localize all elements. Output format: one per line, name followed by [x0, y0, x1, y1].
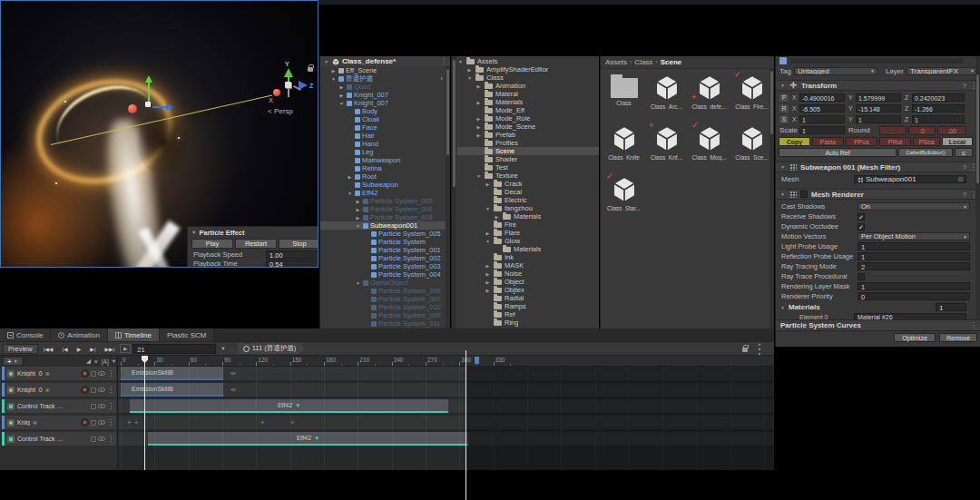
- particle-row-field[interactable]: 1.00: [266, 250, 318, 259]
- position-y-field[interactable]: 1.579999: [856, 93, 901, 102]
- key-marker[interactable]: +: [260, 418, 265, 426]
- ppos-button[interactable]: PPos: [846, 137, 877, 146]
- expand-arrow-icon[interactable]: ▶: [485, 181, 491, 187]
- timeline-asset-breadcrumb[interactable]: 111 (普通护盾): [238, 343, 299, 354]
- component-enabled-checkbox[interactable]: [800, 191, 808, 198]
- add-track-button[interactable]: +▼: [3, 357, 23, 366]
- expand-arrow-icon[interactable]: ▶: [338, 84, 345, 90]
- hierarchy-item[interactable]: ▼普通护盾›: [320, 74, 450, 83]
- pin-icon[interactable]: [91, 387, 96, 393]
- track-menu-icon[interactable]: ⋮: [107, 418, 114, 426]
- expand-arrow-icon[interactable]: ▶: [475, 100, 482, 105]
- expand-arrow-icon[interactable]: ▶: [330, 68, 337, 74]
- position-z-field[interactable]: 0.2420023: [912, 93, 965, 102]
- clear-binding-icon[interactable]: ⊗: [45, 370, 50, 377]
- hierarchy-item[interactable]: ▶Particle System_006: [320, 205, 450, 213]
- asset-item[interactable]: +Class_defe...: [689, 73, 730, 114]
- property-field[interactable]: 1: [858, 252, 970, 260]
- scale-y-field[interactable]: 1: [856, 115, 901, 123]
- move-gizmo-z-axis[interactable]: [152, 106, 166, 108]
- expand-arrow-icon[interactable]: ▶: [485, 279, 491, 285]
- asset-item[interactable]: Class_Knife: [603, 123, 644, 165]
- pin-icon[interactable]: [91, 436, 96, 442]
- project-folder-item[interactable]: Shader: [457, 155, 599, 163]
- blue-range-marker[interactable]: [475, 357, 479, 364]
- track-menu-icon[interactable]: ⋮: [107, 369, 114, 377]
- remove-button[interactable]: Remove: [939, 333, 977, 342]
- expand-arrow-icon[interactable]: ▶: [475, 124, 482, 130]
- project-folder-item[interactable]: Ring: [457, 319, 599, 327]
- timeline-ruler[interactable]: 0306090120150180210240270300330: [118, 356, 774, 367]
- hierarchy-item[interactable]: Particle System_007: [320, 295, 450, 303]
- hierarchy-item[interactable]: Particle System_002: [320, 254, 450, 262]
- help-icon[interactable]: ?: [963, 82, 966, 90]
- goto-start-button[interactable]: |◀◀: [40, 346, 57, 352]
- hierarchy-item[interactable]: ▶Knight_007: [320, 91, 450, 99]
- expand-arrow-icon[interactable]: ▶: [347, 174, 353, 180]
- hierarchy-item[interactable]: Mainweapon: [320, 156, 450, 164]
- hierarchy-item[interactable]: Particle System: [320, 238, 450, 246]
- move-gizmo-z-arrowhead[interactable]: [166, 103, 173, 111]
- expand-arrow-icon[interactable]: ▼: [485, 239, 491, 244]
- rotation-x-field[interactable]: -6.505: [799, 104, 845, 113]
- expand-arrow-icon[interactable]: ▶: [485, 271, 491, 277]
- breadcrumb-scene[interactable]: Scene: [661, 58, 682, 66]
- local-toggle-button[interactable]: Local: [942, 137, 973, 146]
- foldout-arrow-icon[interactable]: ▼: [779, 164, 786, 170]
- track-header-animation[interactable]: Knig⊗⋮: [2, 416, 116, 429]
- project-folder-item[interactable]: ▼Assets: [457, 57, 599, 65]
- hierarchy-scrollbar[interactable]: [446, 66, 450, 328]
- transform-header[interactable]: ▼ ✛ Transform ? ⋮: [776, 80, 980, 91]
- property-checkbox[interactable]: ✓: [858, 223, 865, 230]
- property-field[interactable]: 2: [858, 262, 970, 270]
- hierarchy-item[interactable]: Body: [320, 107, 450, 115]
- round-hundredth-button[interactable]: .00: [937, 126, 966, 135]
- expand-arrow-icon[interactable]: ▶: [466, 67, 473, 73]
- eye-icon[interactable]: [98, 436, 105, 441]
- expand-arrow-icon[interactable]: ▶: [494, 214, 500, 220]
- breadcrumb-class[interactable]: Class: [634, 58, 652, 66]
- foldout-arrow-icon[interactable]: ▼: [779, 305, 786, 310]
- pin-icon[interactable]: [91, 404, 96, 409]
- project-folder-item[interactable]: Mode_Eff: [457, 106, 599, 114]
- hierarchy-item[interactable]: Subweapon: [320, 181, 450, 189]
- expand-arrow-icon[interactable]: ▼: [485, 206, 491, 211]
- foldout-arrow-icon[interactable]: ▼: [779, 191, 786, 197]
- project-folder-item[interactable]: Ramps: [457, 302, 599, 310]
- gameobject-name-field[interactable]: [790, 58, 963, 64]
- project-folder-item[interactable]: Ink: [457, 253, 599, 261]
- tab-console[interactable]: Console: [0, 328, 51, 341]
- move-gizmo-center[interactable]: [145, 102, 151, 107]
- tab-plastic-scm[interactable]: Plastic SCM: [160, 328, 215, 341]
- hierarchy-item[interactable]: Particle System_001: [320, 246, 450, 254]
- particle-system-curves-bar[interactable]: Particle System Curves ⋮: [776, 319, 980, 331]
- project-folder-item[interactable]: ▶Animation: [457, 82, 599, 90]
- project-folder-item[interactable]: ▶Flare: [457, 229, 599, 237]
- axis-x-handle[interactable]: [273, 89, 280, 96]
- timeline-clip[interactable]: Eff42▼: [130, 399, 448, 413]
- psca-button[interactable]: PSca: [913, 137, 940, 146]
- pin-icon[interactable]: [91, 371, 96, 377]
- asset-item[interactable]: ✓Class_Star...: [603, 174, 644, 216]
- property-checkbox[interactable]: ✓: [858, 213, 865, 221]
- hierarchy-item[interactable]: Particle System_010: [320, 303, 450, 311]
- eye-icon[interactable]: [98, 371, 105, 376]
- project-folder-item[interactable]: Fire: [457, 221, 599, 229]
- expand-arrow-icon[interactable]: ▼: [323, 59, 329, 64]
- expand-arrow-icon[interactable]: ▶: [355, 207, 361, 212]
- play-button[interactable]: ▶: [74, 346, 85, 352]
- project-folder-item[interactable]: Scene: [457, 147, 599, 155]
- project-folder-item[interactable]: ▶Object: [457, 278, 599, 286]
- asset-grid-scrollbar[interactable]: [769, 69, 774, 328]
- key-marker[interactable]: +: [127, 418, 132, 426]
- auto-ref-button[interactable]: Auto Ref: [779, 148, 897, 157]
- track-menu-icon[interactable]: ⋮: [107, 402, 114, 410]
- expand-arrow-icon[interactable]: ▼: [347, 191, 353, 196]
- track-header-control[interactable]: Control Track (2)⋮: [2, 432, 116, 446]
- inspector-scrollbar[interactable]: [975, 56, 980, 319]
- timeline-clip[interactable]: Eff42▼: [148, 432, 468, 446]
- project-folder-item[interactable]: ▶Noise: [457, 270, 599, 278]
- property-field[interactable]: 1: [858, 242, 970, 250]
- next-frame-button[interactable]: ▶|: [86, 346, 99, 352]
- tab-animation[interactable]: Animation: [51, 328, 108, 341]
